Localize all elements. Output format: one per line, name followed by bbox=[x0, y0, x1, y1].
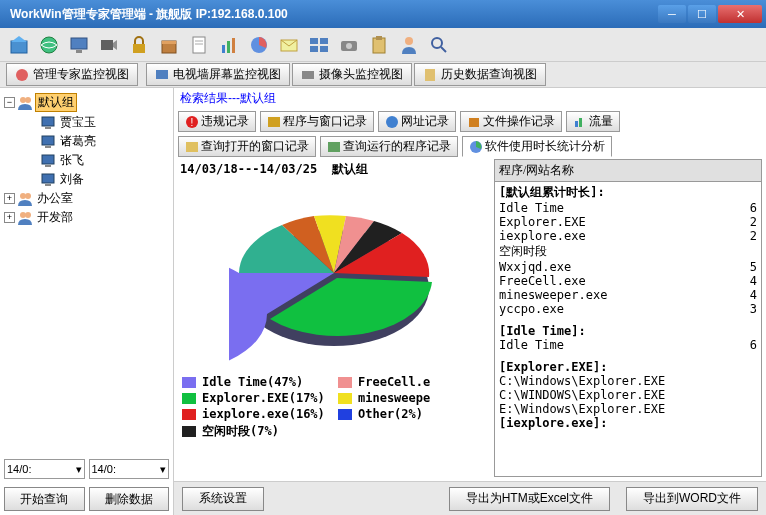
svg-point-2 bbox=[41, 37, 57, 53]
tool-mail-icon[interactable] bbox=[276, 32, 302, 58]
chart-date: 14/03/18---14/03/25 bbox=[180, 162, 317, 176]
sidebar: −默认组 贾宝玉 诸葛亮 张飞 刘备 +办公室 +开发部 14/0:▾ 14/0… bbox=[0, 88, 174, 515]
tab-camera[interactable]: 摄像头监控视图 bbox=[292, 63, 412, 86]
svg-rect-7 bbox=[133, 44, 145, 53]
tree-item[interactable]: 张飞 bbox=[58, 152, 86, 169]
window-title: WorkWin管理专家管理端 - 旗舰版 IP:192.168.0.100 bbox=[4, 6, 288, 23]
ftab-program[interactable]: 程序与窗口记录 bbox=[260, 111, 374, 132]
ftab-windows[interactable]: 查询打开的窗口记录 bbox=[178, 136, 316, 157]
svg-rect-38 bbox=[45, 146, 51, 148]
tool-cam-icon[interactable] bbox=[336, 32, 362, 58]
date-from[interactable]: 14/0:▾ bbox=[4, 459, 85, 479]
svg-rect-21 bbox=[320, 46, 328, 52]
tool-globe-icon[interactable] bbox=[36, 32, 62, 58]
settings-button[interactable]: 系统设置 bbox=[182, 487, 264, 511]
tool-video-icon[interactable] bbox=[96, 32, 122, 58]
tab-label: 管理专家监控视图 bbox=[33, 66, 129, 83]
delete-button[interactable]: 删除数据 bbox=[89, 487, 170, 511]
ftab-url[interactable]: 网址记录 bbox=[378, 111, 456, 132]
list-section-header: [Explorer.EXE]: bbox=[499, 360, 757, 374]
content-area: 检索结果---默认组 !违规记录 程序与窗口记录 网址记录 文件操作记录 流量 … bbox=[174, 88, 766, 515]
svg-rect-55 bbox=[328, 142, 340, 152]
maximize-button[interactable]: ☐ bbox=[688, 5, 716, 23]
ftab-file[interactable]: 文件操作记录 bbox=[460, 111, 562, 132]
svg-rect-32 bbox=[425, 69, 435, 81]
close-button[interactable]: ✕ bbox=[718, 5, 762, 23]
minimize-button[interactable]: ─ bbox=[658, 5, 686, 23]
tree-toggle[interactable]: − bbox=[4, 97, 15, 108]
svg-rect-10 bbox=[193, 37, 205, 53]
date-to[interactable]: 14/0:▾ bbox=[89, 459, 170, 479]
ftab-violation[interactable]: !违规记录 bbox=[178, 111, 256, 132]
list-item: Idle Time6 bbox=[499, 201, 757, 215]
svg-rect-24 bbox=[373, 38, 385, 53]
program-list[interactable]: 程序/网站名称 [默认组累计时长]: Idle Time6 Explorer.E… bbox=[494, 159, 762, 477]
tool-home-icon[interactable] bbox=[6, 32, 32, 58]
svg-rect-13 bbox=[222, 45, 225, 53]
main-toolbar bbox=[0, 28, 766, 62]
tree-root[interactable]: 默认组 bbox=[35, 93, 77, 112]
query-button[interactable]: 开始查询 bbox=[4, 487, 85, 511]
svg-rect-52 bbox=[575, 121, 578, 127]
dropdown-icon: ▾ bbox=[160, 463, 166, 476]
chart-group: 默认组 bbox=[332, 162, 368, 176]
svg-marker-6 bbox=[113, 40, 117, 50]
list-section-header: [iexplore.exe]: bbox=[499, 416, 757, 430]
dropdown-icon: ▾ bbox=[76, 463, 82, 476]
pie-chart bbox=[229, 188, 439, 363]
tree-item[interactable]: 贾宝玉 bbox=[58, 114, 98, 131]
ftab-traffic[interactable]: 流量 bbox=[566, 111, 620, 132]
tool-search-icon[interactable] bbox=[426, 32, 452, 58]
list-item: E:\Windows\Explorer.EXE bbox=[499, 402, 757, 416]
tree-group[interactable]: 开发部 bbox=[35, 209, 75, 226]
legend: Idle Time(47%) FreeCell.e Explorer.EXE(1… bbox=[174, 371, 494, 444]
tool-clipboard-icon[interactable] bbox=[366, 32, 392, 58]
tool-doc-icon[interactable] bbox=[186, 32, 212, 58]
tab-history[interactable]: 历史数据查询视图 bbox=[414, 63, 546, 86]
tool-chart-icon[interactable] bbox=[216, 32, 242, 58]
list-item: Explorer.EXE2 bbox=[499, 215, 757, 229]
tool-screens-icon[interactable] bbox=[306, 32, 332, 58]
export-excel-button[interactable]: 导出为HTM或Excel文件 bbox=[449, 487, 610, 511]
list-header: 程序/网站名称 bbox=[495, 160, 761, 182]
ftab-usage[interactable]: 软件使用时长统计分析 bbox=[462, 136, 612, 157]
tool-chart2-icon[interactable] bbox=[246, 32, 272, 58]
tab-label: 摄像头监控视图 bbox=[319, 66, 403, 83]
titlebar[interactable]: WorkWin管理专家管理端 - 旗舰版 IP:192.168.0.100 ─ … bbox=[0, 0, 766, 28]
tree-toggle[interactable]: + bbox=[4, 212, 15, 223]
export-word-button[interactable]: 导出到WORD文件 bbox=[626, 487, 758, 511]
list-item: C:\Windows\Explorer.EXE bbox=[499, 374, 757, 388]
svg-rect-53 bbox=[579, 118, 582, 127]
tool-box-icon[interactable] bbox=[156, 32, 182, 58]
list-item: C:\WINDOWS\Explorer.EXE bbox=[499, 388, 757, 402]
ftab-running[interactable]: 查询运行的程序记录 bbox=[320, 136, 458, 157]
tab-label: 电视墙屏幕监控视图 bbox=[173, 66, 281, 83]
svg-text:!: ! bbox=[191, 117, 194, 128]
svg-rect-31 bbox=[302, 71, 314, 79]
list-item: 空闲时段 bbox=[499, 243, 757, 260]
list-item: Idle Time6 bbox=[499, 338, 757, 352]
tool-lock-icon[interactable] bbox=[126, 32, 152, 58]
svg-rect-41 bbox=[42, 174, 54, 183]
list-item: minesweeper.exe4 bbox=[499, 288, 757, 302]
tree-view[interactable]: −默认组 贾宝玉 诸葛亮 张飞 刘备 +办公室 +开发部 bbox=[0, 88, 173, 455]
tree-toggle[interactable]: + bbox=[4, 193, 15, 204]
tool-user-icon[interactable] bbox=[396, 32, 422, 58]
svg-rect-25 bbox=[376, 36, 382, 40]
svg-rect-40 bbox=[45, 165, 51, 167]
tree-group[interactable]: 办公室 bbox=[35, 190, 75, 207]
svg-rect-35 bbox=[42, 117, 54, 126]
tree-item[interactable]: 诸葛亮 bbox=[58, 133, 98, 150]
svg-rect-36 bbox=[45, 127, 51, 129]
tab-tvwall[interactable]: 电视墙屏幕监控视图 bbox=[146, 63, 290, 86]
tool-monitor-icon[interactable] bbox=[66, 32, 92, 58]
list-item: FreeCell.exe4 bbox=[499, 274, 757, 288]
svg-rect-30 bbox=[156, 70, 168, 79]
svg-rect-5 bbox=[101, 40, 113, 50]
svg-rect-4 bbox=[76, 50, 82, 53]
bottom-bar: 系统设置 导出为HTM或Excel文件 导出到WORD文件 bbox=[174, 481, 766, 515]
svg-rect-42 bbox=[45, 184, 51, 186]
tree-item[interactable]: 刘备 bbox=[58, 171, 86, 188]
view-tabs: 管理专家监控视图 电视墙屏幕监控视图 摄像头监控视图 历史数据查询视图 bbox=[0, 62, 766, 88]
tab-monitor[interactable]: 管理专家监控视图 bbox=[6, 63, 138, 86]
